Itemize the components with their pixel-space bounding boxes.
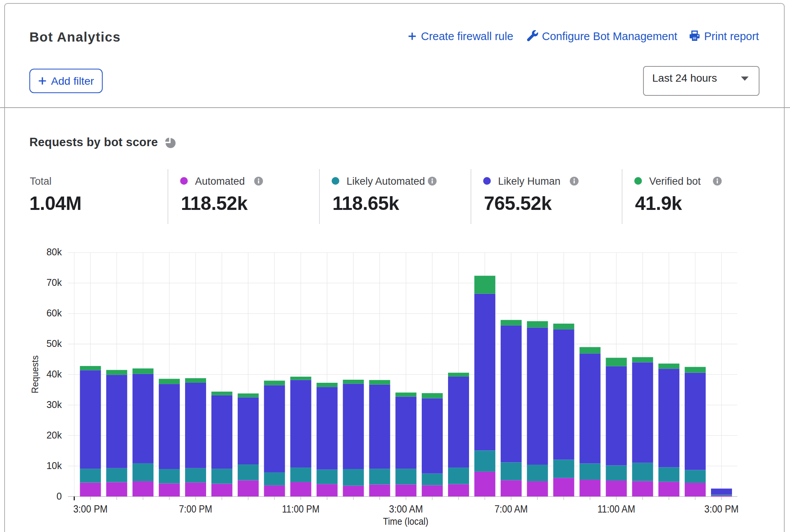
svg-text:3:00 PM: 3:00 PM — [705, 503, 739, 515]
svg-text:80k: 80k — [47, 247, 62, 257]
svg-text:50k: 50k — [47, 338, 62, 349]
svg-text:3:00 AM: 3:00 AM — [389, 503, 423, 515]
svg-text:70k: 70k — [47, 277, 62, 288]
svg-text:60k: 60k — [47, 308, 62, 318]
svg-text:3:00 PM: 3:00 PM — [73, 503, 108, 515]
svg-text:11:00 AM: 11:00 AM — [597, 503, 635, 515]
svg-text:7:00 AM: 7:00 AM — [495, 503, 528, 515]
svg-text:10k: 10k — [47, 460, 62, 471]
svg-text:11:00 PM: 11:00 PM — [282, 503, 319, 515]
svg-text:40k: 40k — [47, 369, 62, 379]
svg-text:Requests: Requests — [30, 355, 40, 393]
svg-text:7:00 PM: 7:00 PM — [179, 503, 212, 515]
svg-text:30k: 30k — [47, 399, 62, 410]
svg-text:20k: 20k — [47, 430, 62, 440]
svg-text:Time (local): Time (local) — [383, 516, 429, 527]
svg-text:0: 0 — [56, 491, 62, 501]
